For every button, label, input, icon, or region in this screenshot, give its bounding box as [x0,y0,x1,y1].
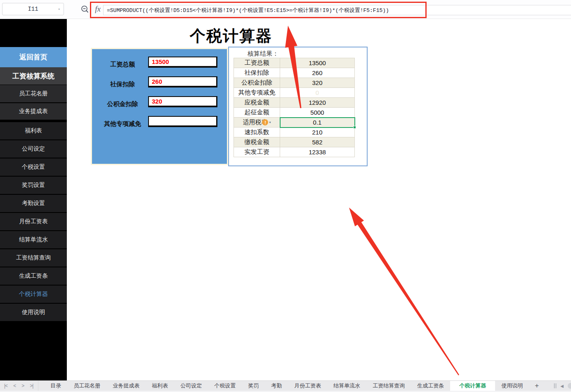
table-row: 起征金额 5000 [234,108,354,118]
sheet-tabs: 目录 员工花名册 业务提成表 福利表 公司设定 个税设置 奖罚 考勤 月份工资表… [44,381,545,391]
sidebar-item-tax-settings[interactable]: 个税设置 [0,158,67,176]
row-value[interactable]: 320 [280,78,354,87]
zoom-out-icon [80,5,90,14]
row-value[interactable]: 0 [280,88,354,97]
row-label-tax-rate: 适用税率 ! ▾ [234,118,280,127]
annotation-arrow-from-tab [349,208,459,375]
social-deduction-input[interactable] [148,76,217,87]
sheet-tab-commission[interactable]: 业务提成表 [106,381,146,391]
table-row: 工资总额 13500 [234,58,354,68]
name-box-value: I11 [28,6,38,12]
other-deduction-label: 其他专项减免 [94,120,151,128]
row-value[interactable]: 12338 [280,147,354,157]
row-value[interactable]: 5000 [280,108,354,117]
tabbar-right-controls: ◀ [554,381,571,391]
table-row: 社保扣除 260 [234,68,354,78]
sheet-tab-manual[interactable]: 使用说明 [495,381,529,391]
page-title: 个税计算器 [157,26,305,47]
table-row: 速扣系数 210 [234,128,354,137]
sheet-tab-payslip[interactable]: 生成工资条 [411,381,450,391]
row-value[interactable]: 12920 [280,98,354,107]
fund-deduction-label: 公积金扣除 [94,100,151,108]
sheet-tab-tax-settings[interactable]: 个税设置 [208,381,242,391]
scroll-knob-icon[interactable] [568,383,571,389]
add-sheet-button[interactable]: + [529,381,545,391]
sidebar-item-welfare[interactable]: 福利表 [0,122,67,140]
row-label: 工资总额 [234,58,280,68]
sidebar-item-payslip[interactable]: 生成工资条 [0,267,67,285]
warning-icon: ! [262,119,268,125]
row-label: 社保扣除 [234,68,280,78]
sheet-tab-catalog[interactable]: 目录 [44,381,67,391]
sheet-tab-reward-penalty[interactable]: 奖罚 [242,381,265,391]
sheet-tab-tax-calculator[interactable]: 个税计算器 [450,381,495,391]
sheet-tab-settlement-flow[interactable]: 结算单流水 [327,381,366,391]
results-table: 工资总额 13500 社保扣除 260 公积金扣除 320 其他专项减免 0 应… [234,58,355,157]
sidebar-item-commission[interactable]: 业务提成表 [0,103,67,121]
scroll-left-icon[interactable]: ◀ [560,384,564,388]
row-label: 缴税金额 [234,137,280,147]
sidebar-item-tax-calculator[interactable]: 个税计算器 [0,286,67,303]
sidebar-item-monthly-salary[interactable]: 月份工资表 [0,213,67,231]
row-label: 速扣系数 [234,128,280,137]
row-label: 应税金额 [234,98,280,107]
sidebar-menu: 返回首页 工资核算系统 员工花名册 业务提成表 福利表 公司设定 个税设置 奖罚… [0,19,67,380]
table-row: 缴税金额 582 [234,137,354,147]
next-sheet-icon[interactable]: > [21,383,24,389]
formula-toolbar: I11 ▾ fx =SUMPRODUCT((个税设置!D5:D15<个税计算器!… [0,0,571,19]
formula-text: =SUMPRODUCT((个税设置!D5:D15<个税计算器!I9)*(个税设置… [107,7,389,14]
sheet-tab-company-settings[interactable]: 公司设定 [174,381,208,391]
table-row: 适用税率 ! ▾ 0.1 [234,118,354,128]
row-label: 实发工资 [234,147,280,157]
row-label: 其他专项减免 [234,88,280,97]
formula-input[interactable]: =SUMPRODUCT((个税设置!D5:D15<个税计算器!I9)*(个税设置… [103,5,571,15]
sheet-tab-bar: |< < > >| 目录 员工花名册 业务提成表 福利表 公司设定 个税设置 奖… [0,380,571,391]
salary-total-label: 工资总额 [94,61,151,68]
fund-deduction-input[interactable] [148,96,217,107]
prev-sheet-icon[interactable]: < [13,383,16,389]
last-sheet-icon[interactable]: >| [30,383,33,389]
name-box[interactable]: I11 ▾ [2,3,64,15]
social-deduction-label: 社保扣除 [94,80,151,88]
sidebar-item-manual[interactable]: 使用说明 [0,304,67,321]
tax-input-panel: 工资总额 社保扣除 公积金扣除 其他专项减免 [91,48,228,165]
results-header: 核算结果： [248,50,278,58]
row-value[interactable]: 13500 [280,58,354,68]
sidebar-item-salary-query[interactable]: 工资结算查询 [0,249,67,267]
table-row: 公积金扣除 320 [234,78,354,88]
selected-cell-value[interactable]: 0.1 [280,118,354,127]
table-row: 实发工资 12338 [234,147,354,157]
sidebar-item-reward-penalty[interactable]: 奖罚设置 [0,177,67,194]
sheet-nav-controls: |< < > >| [0,381,38,391]
sidebar-item-attendance[interactable]: 考勤设置 [0,195,67,213]
salary-total-input[interactable] [148,57,217,68]
tab-splitter-icon[interactable] [554,383,556,388]
sidebar-item-company-settings[interactable]: 公司设定 [0,140,67,158]
table-row: 其他专项减免 0 [234,88,354,98]
fx-icon[interactable]: fx [92,3,103,15]
warning-dropdown-icon: ▾ [269,120,271,124]
table-row: 应税金额 12920 [234,98,354,108]
row-label: 起征金额 [234,108,280,117]
sheet-tab-salary-query[interactable]: 工资结算查询 [366,381,411,391]
name-box-caret-icon[interactable]: ▾ [58,7,60,12]
sheet-tab-welfare[interactable]: 福利表 [146,381,174,391]
first-sheet-icon[interactable]: |< [4,383,7,389]
row-value[interactable]: 582 [280,137,354,147]
row-value[interactable]: 260 [280,68,354,78]
collapse-formula-bar-button[interactable] [80,4,90,15]
sidebar-item-home[interactable]: 返回首页 [0,47,67,67]
sheet-tab-monthly-salary[interactable]: 月份工资表 [288,381,327,391]
row-label: 公积金扣除 [234,78,280,87]
sidebar-item-roster[interactable]: 员工花名册 [0,85,67,103]
row-value[interactable]: 210 [280,128,354,137]
sheet-tab-roster[interactable]: 员工花名册 [67,381,106,391]
sheet-tab-attendance[interactable]: 考勤 [265,381,288,391]
sidebar-title-system: 工资核算系统 [0,67,67,85]
error-checking-control[interactable]: ! ▾ [262,119,271,125]
sidebar-item-settlement-flow[interactable]: 结算单流水 [0,231,67,249]
results-panel: 核算结果： 工资总额 13500 社保扣除 260 公积金扣除 320 其他专项… [228,47,368,166]
other-deduction-input[interactable] [148,116,217,127]
